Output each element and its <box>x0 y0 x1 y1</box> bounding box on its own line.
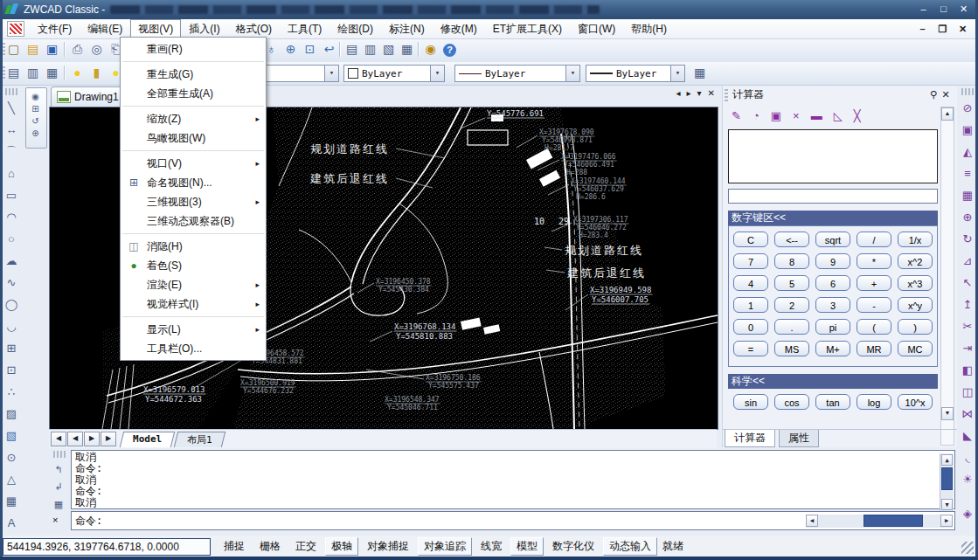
calc-key-3[interactable]: 3 <box>815 297 850 313</box>
chevron-down-icon[interactable]: ▾ <box>324 66 338 81</box>
prev-layout-icon[interactable]: ◀ <box>67 432 83 446</box>
panel-grip[interactable] <box>725 89 728 101</box>
calc-key-cos[interactable]: cos <box>774 394 809 410</box>
status-toggle-栅格[interactable]: 栅格 <box>253 537 287 556</box>
calculator-panel-titlebar[interactable]: 计算器 ⚲ ✕ <box>723 86 957 104</box>
spline-icon[interactable]: ∿ <box>2 272 21 294</box>
pin-icon[interactable]: ⚲ <box>927 89 940 100</box>
erase-icon[interactable]: ⊘ <box>958 97 977 119</box>
circle-icon[interactable]: ○ <box>2 228 21 250</box>
scroll-up-icon[interactable]: ▲ <box>941 454 953 466</box>
maximize-button[interactable]: □ <box>936 3 951 16</box>
menu-f[interactable]: 文件(F) <box>30 19 80 39</box>
calc-key-x_3[interactable]: x^3 <box>898 275 933 291</box>
print-icon[interactable]: ⎙ <box>68 40 87 59</box>
clear-icon[interactable]: ✎ <box>732 109 741 122</box>
table-icon[interactable]: ▦ <box>2 490 21 512</box>
layer-combo[interactable]: ▾ <box>264 65 339 82</box>
options-icon[interactable]: ▦ <box>49 495 68 513</box>
angle-of-line-icon[interactable]: ◺ <box>834 109 843 122</box>
status-toggle-正交[interactable]: 正交 <box>289 537 323 556</box>
menu-item-三维视图[interactable]: 三维视图(3)▸ <box>121 192 266 211</box>
chevron-down-icon[interactable]: ▾ <box>670 66 684 81</box>
calc-key-1[interactable]: 1 <box>733 297 768 313</box>
calc-key-_[interactable]: = <box>733 341 768 356</box>
calc-key-MS[interactable]: MS <box>774 341 809 356</box>
scroll-thumb[interactable] <box>864 515 923 527</box>
science-section-header[interactable]: 科学<< <box>728 374 938 389</box>
hatch-icon[interactable]: ▨ <box>2 403 21 425</box>
ellipse-arc-icon[interactable]: ◡ <box>2 315 21 337</box>
offset-icon[interactable]: ≡ <box>958 162 977 184</box>
status-toggle-数字化仪[interactable]: 数字化仪 <box>546 537 600 556</box>
make-block-icon[interactable]: ⊡ <box>2 359 21 381</box>
menu-etx[interactable]: ET扩展工具(X) <box>485 19 570 39</box>
menu-item-全部重生成[interactable]: 全部重生成(A) <box>121 84 266 103</box>
calc-key-_[interactable]: / <box>857 232 891 247</box>
menu-n[interactable]: 标注(N) <box>381 19 433 39</box>
status-toggle-捕捉[interactable]: 捕捉 <box>218 537 251 556</box>
calc-key-___[interactable]: <-- <box>774 232 809 247</box>
calc-key-x_2[interactable]: x^2 <box>898 253 933 269</box>
scroll-down-icon[interactable]: ▼ <box>941 499 953 510</box>
tab-next-icon[interactable]: ▸ <box>687 88 691 98</box>
calc-key-1_x[interactable]: 1/x <box>898 232 933 247</box>
color-combo[interactable]: ByLayer ▾ <box>343 65 445 82</box>
layer-translator-icon[interactable]: ▦ <box>43 64 61 82</box>
layout-tab-Model[interactable]: Model <box>120 432 176 447</box>
calc-key-_[interactable]: + <box>857 275 891 291</box>
command-hscrollbar[interactable]: ◀ ▶ <box>806 515 953 528</box>
zoom-realtime-icon[interactable]: ⊕ <box>281 40 300 59</box>
calc-key-0[interactable]: 0 <box>733 319 768 335</box>
mirror-icon[interactable]: ◭ <box>958 141 977 162</box>
region-icon[interactable]: ⊙ <box>2 446 21 468</box>
menu-d[interactable]: 绘图(D) <box>329 19 381 39</box>
calc-key-9[interactable]: 9 <box>815 253 850 269</box>
layer-lock-icon[interactable]: ▮ <box>87 64 106 82</box>
quickcalc-small-icon[interactable]: ▦ <box>690 64 709 82</box>
join-icon[interactable]: ⋈ <box>958 403 977 425</box>
calculator-input[interactable] <box>728 189 938 204</box>
polygon-icon[interactable]: ⌂ <box>2 162 21 184</box>
first-layout-icon[interactable]: ◀ <box>51 432 66 446</box>
calc-key-tan[interactable]: tan <box>815 394 850 410</box>
child-minimize-button[interactable]: – <box>916 24 929 35</box>
calc-key-8[interactable]: 8 <box>774 253 809 269</box>
rectangle-icon[interactable]: ▭ <box>2 184 21 206</box>
status-toggle-对象追踪[interactable]: 对象追踪 <box>418 537 472 556</box>
calc-key-_[interactable]: - <box>857 297 891 313</box>
zoom-window-icon[interactable]: ⊡ <box>301 40 319 59</box>
zoom-previous-icon[interactable]: ↩ <box>320 40 338 59</box>
extend-icon[interactable]: ⇥ <box>958 337 977 359</box>
status-toggle-对象捕捉[interactable]: 对象捕捉 <box>361 537 415 556</box>
menu-item-显示[interactable]: 显示(L)▸ <box>121 320 266 339</box>
polyline-icon[interactable]: ⌒ <box>2 141 21 162</box>
break-icon[interactable]: ◫ <box>958 381 977 403</box>
help-icon[interactable]: ? <box>440 40 459 59</box>
calc-key-sqrt[interactable]: sqrt <box>815 232 850 247</box>
rotate-icon[interactable]: ↻ <box>958 228 977 250</box>
tab-close-icon[interactable]: ✕ <box>708 88 715 98</box>
properties-palette-icon[interactable]: ▤ <box>343 40 361 59</box>
menu-w[interactable]: 窗口(W) <box>570 19 623 39</box>
prompt-history-icon[interactable]: ↲ <box>49 478 68 495</box>
calc-key-_[interactable]: * <box>857 253 891 269</box>
tab-menu-icon[interactable]: ▾ <box>697 88 702 98</box>
layer-on-off-icon[interactable]: ● <box>68 64 87 82</box>
calc-key-_[interactable]: ) <box>898 319 933 335</box>
distance-two-points-icon[interactable]: ▬ <box>811 109 822 122</box>
array-icon[interactable]: ▦ <box>958 184 977 206</box>
command-close-icon[interactable]: × <box>52 515 58 525</box>
menu-item-视觉样式[interactable]: 视觉样式(I)▸ <box>121 294 266 314</box>
numpad-section-header[interactable]: 数字键区<< <box>728 211 938 225</box>
panel-scrollbar[interactable]: ▲ ▼ <box>940 107 954 446</box>
menu-item-视口[interactable]: 视口(V)▸ <box>121 154 266 173</box>
mini-zoom-icon[interactable]: ◉ <box>26 91 45 103</box>
calc-key-MC[interactable]: MC <box>898 341 933 356</box>
menu-item-三维动态观察器[interactable]: 三维动态观察器(B) <box>121 211 266 231</box>
insert-block-icon[interactable]: ⊞ <box>2 337 21 359</box>
quick-calc-icon[interactable]: ▦ <box>398 40 416 59</box>
layer-states-manager-icon[interactable]: ▥ <box>24 64 42 82</box>
status-toggle-模型[interactable]: 模型 <box>510 537 544 556</box>
point-icon[interactable]: ∴ <box>2 381 21 403</box>
